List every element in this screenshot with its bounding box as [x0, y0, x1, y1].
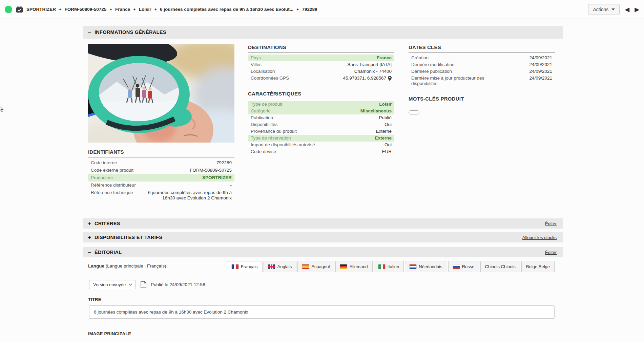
- breadcrumb-item: ✦ 792289: [293, 7, 317, 12]
- next-product-button[interactable]: ▶: [635, 6, 639, 13]
- field-label: Localisation: [251, 69, 275, 74]
- field-label: Catégorie: [251, 108, 271, 114]
- breadcrumb: SPORTRIZER ✦ FORM-50809-50725 ✦ France ✦…: [26, 7, 317, 12]
- language-tab[interactable]: Russe: [448, 261, 479, 272]
- field-row: Création 24/09/2021: [409, 55, 555, 61]
- language-tab-label: Allemand: [349, 264, 368, 269]
- field-label: Type de réservation: [251, 135, 291, 141]
- section-title: ÉDITORIAL: [95, 250, 122, 255]
- field-label: Coordonnées GPS: [251, 76, 289, 81]
- language-tab[interactable]: Belge Belge: [521, 261, 555, 272]
- language-tab[interactable]: Anglais: [264, 261, 297, 272]
- breadcrumb-separator-icon: ✦: [109, 8, 112, 11]
- field-row: Provenance du produit Externe: [248, 128, 394, 135]
- dates-cles-rows: Création 24/09/2021 Dernière modificatio…: [409, 55, 555, 87]
- keyword-tag: [409, 110, 419, 114]
- field-label: Code interne: [91, 160, 117, 166]
- language-tab[interactable]: Néerlandais: [405, 261, 447, 272]
- field-value: Chamonix - 74400: [354, 69, 392, 74]
- field-label: Publication: [251, 115, 273, 121]
- breadcrumb-label: FORM-50809-50725: [65, 7, 107, 12]
- langue-label-bold: Langue: [88, 263, 104, 269]
- field-value: Oui: [385, 122, 392, 127]
- field-value: Sans Transport [IATA]: [347, 62, 392, 67]
- section-informations-generales[interactable]: − INFORMATIONS GÉNÉRALES: [83, 26, 563, 39]
- field-row: Publication Publié: [248, 114, 394, 121]
- collapse-icon[interactable]: −: [88, 250, 91, 255]
- field-row: Référence technique 6 journées complètes…: [88, 189, 234, 202]
- language-row: Langue (Langue principale : Français) Fr…: [88, 261, 555, 272]
- field-row: Localisation Chamonix - 74400: [248, 68, 394, 75]
- language-label: Langue (Langue principale : Français): [88, 263, 226, 272]
- destinations-rows: Pays France Villes Sans Transport [IATA]…: [248, 55, 394, 82]
- identifiants-rows: Code interne 792289 Code externe produit…: [88, 159, 234, 202]
- field-row: Coordonnées GPS 45.978371, 6.928567: [248, 75, 394, 82]
- section-criteres[interactable]: + CRITÈRES Éditer: [83, 218, 563, 229]
- section-disponibilites-tarifs[interactable]: + DISPONIBILITÉS ET TARIFS Allouer les s…: [83, 232, 563, 242]
- field-row: Code interne 792289: [88, 159, 234, 167]
- language-tab[interactable]: Italien: [374, 261, 404, 272]
- mots-cles-title: MOTS-CLÉS PRODUIT: [409, 96, 555, 104]
- field-label: Producteur: [91, 175, 113, 180]
- expand-icon[interactable]: +: [88, 235, 91, 240]
- language-tab[interactable]: Chinois Chinois: [480, 261, 520, 272]
- allouer-stocks-link[interactable]: Allouer les stocks: [522, 235, 557, 240]
- field-label: Dernière publication: [411, 69, 499, 74]
- language-tab[interactable]: Allemand: [335, 261, 372, 272]
- breadcrumb-separator-icon: ✦: [133, 8, 136, 11]
- flag-icon: [302, 264, 309, 269]
- product-page: − INFORMATIONS GÉNÉRALES: [83, 26, 563, 342]
- section-title: DISPONIBILITÉS ET TARIFS: [95, 235, 162, 240]
- field-value: Externe: [375, 135, 392, 141]
- language-tab-label: Russe: [462, 264, 475, 269]
- editer-link[interactable]: Éditer: [545, 221, 557, 226]
- field-value: SPORTRIZER: [202, 175, 232, 180]
- flag-icon: [268, 264, 275, 269]
- caracteristiques-panel: CARACTÉRISTIQUES Type de produit Loisir …: [248, 91, 394, 155]
- field-value: 45.978371, 6.928567: [343, 76, 386, 81]
- editer-link[interactable]: Éditer: [545, 250, 557, 255]
- expand-icon[interactable]: +: [88, 221, 91, 227]
- language-tab[interactable]: Français: [227, 261, 263, 272]
- field-label: Villes: [251, 62, 262, 67]
- field-row: Disponibilités Oui: [248, 121, 394, 128]
- field-row: Code externe produit FORM-50809-50725: [88, 167, 234, 174]
- breadcrumb-item: ✦ Loisir: [130, 7, 151, 12]
- field-row: Dernière modification 24/09/2021: [409, 61, 555, 68]
- collapse-icon[interactable]: −: [88, 29, 91, 35]
- langue-principal-note: (Langue principale : Français): [106, 263, 166, 269]
- version-select[interactable]: Version envoyée: [89, 280, 136, 289]
- language-tab[interactable]: Espagnol: [297, 261, 334, 272]
- flag-icon: [378, 264, 385, 269]
- field-label: Référence technique: [91, 190, 133, 195]
- previous-product-button[interactable]: ◀: [625, 6, 629, 13]
- section-title: CRITÈRES: [95, 221, 120, 226]
- field-label: Dernière modification: [411, 62, 499, 67]
- flag-icon: [340, 264, 347, 269]
- identifiants-panel: IDENTIFIANTS Code interne 792289 Code ex…: [88, 149, 234, 202]
- field-row: Import de disponibilités autorisé Oui: [248, 142, 394, 148]
- actions-button[interactable]: Actions: [588, 4, 620, 15]
- field-value: 24/09/2021: [529, 76, 552, 81]
- breadcrumb-label: Loisir: [139, 7, 151, 12]
- field-row: Code devise EUR: [248, 148, 394, 155]
- field-row: Producteur SPORTRIZER: [88, 174, 234, 181]
- field-value: Loisir: [379, 102, 392, 107]
- flag-icon: [410, 264, 416, 269]
- map-pin-icon[interactable]: [388, 76, 392, 81]
- field-value: Miscellaneous: [360, 108, 392, 114]
- breadcrumb-separator-icon: ✦: [154, 8, 157, 11]
- field-value: EUR: [382, 149, 392, 154]
- field-label: Disponibilités: [251, 122, 278, 127]
- field-label: Import de disponibilités autorisé: [251, 142, 315, 148]
- breadcrumb-separator-icon: ✦: [59, 8, 62, 11]
- breadcrumb-item: SPORTRIZER: [26, 7, 56, 12]
- product-photo: é: [88, 44, 234, 143]
- field-value: Oui: [385, 142, 392, 148]
- image-principale-label: IMAGE PRINCIPALE: [88, 331, 131, 336]
- section-editorial[interactable]: − ÉDITORIAL Éditer: [83, 247, 563, 257]
- titre-input[interactable]: [89, 305, 555, 319]
- flag-icon: [453, 264, 460, 269]
- dates-cles-title: DATES CLÉS: [409, 44, 555, 53]
- field-value: France: [377, 55, 392, 61]
